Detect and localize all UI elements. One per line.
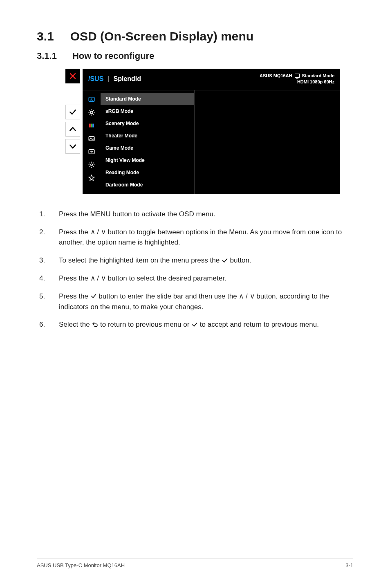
step-text: button to enter the slide bar and then u… <box>99 292 239 300</box>
h1-text: OSD (On-Screen Display) menu <box>70 29 253 43</box>
status-mode: Standard Mode <box>302 73 334 79</box>
check-glyph <box>191 321 198 328</box>
up-glyph: ∧ <box>90 274 95 282</box>
step-text: Press the <box>59 274 90 282</box>
mode-item[interactable]: Darkroom Mode <box>101 179 194 191</box>
step-text: to return to previous menu or <box>100 321 191 328</box>
sep: / <box>95 274 101 282</box>
mode-item[interactable]: Night View Mode <box>101 154 194 166</box>
sep: / <box>95 228 101 236</box>
s-icon: S <box>88 96 95 103</box>
myfavorite-tab[interactable] <box>83 171 101 184</box>
star-icon <box>88 174 95 182</box>
osd-icon-rail: S <box>83 90 101 194</box>
mode-item[interactable]: sRGB Mode <box>101 105 194 117</box>
svg-point-16 <box>91 164 93 166</box>
page-footer: ASUS USB Type-C Monitor MQ16AH 3-1 <box>37 559 353 568</box>
back-glyph <box>92 321 98 328</box>
color-icon <box>88 122 95 129</box>
input-tab[interactable] <box>83 145 101 158</box>
step-text: button to select the desired parameter. <box>108 274 226 282</box>
step-6: Select the to return to previous menu or… <box>39 319 353 330</box>
osd-menu-name: Splendid <box>114 75 141 83</box>
step-3: To select the highlighted item on the me… <box>39 255 353 266</box>
svg-line-9 <box>93 110 94 111</box>
svg-rect-12 <box>91 123 92 127</box>
page-title: 3.1 OSD (On-Screen Display) menu <box>37 29 353 43</box>
osd-status: ASUS MQ16AH Standard Mode HDMI 1080p 60H… <box>260 73 334 85</box>
check-glyph <box>222 257 228 264</box>
svg-line-10 <box>90 114 90 114</box>
asus-logo: /SUS <box>88 75 103 83</box>
step-text: button. <box>230 256 251 264</box>
down-glyph: ∨ <box>101 274 106 282</box>
brightness-tab[interactable] <box>83 106 101 119</box>
step-text: Press the MENU button to activate the OS… <box>59 210 215 218</box>
step-1: Press the MENU button to activate the OS… <box>39 209 353 220</box>
footer-right: 3-1 <box>345 562 353 568</box>
up-glyph: ∧ <box>239 292 244 300</box>
status-signal: HDMI 1080p 60Hz <box>260 79 334 85</box>
sep: / <box>244 292 249 300</box>
osd-title: /SUS | Splendid <box>88 73 141 85</box>
step-text: To select the highlighted item on the me… <box>59 256 222 264</box>
mode-item[interactable]: Theater Mode <box>101 130 194 142</box>
close-icon <box>69 72 77 80</box>
input-icon <box>88 148 95 155</box>
physical-buttons <box>65 69 80 194</box>
svg-text:S: S <box>90 97 93 101</box>
svg-point-2 <box>90 111 93 114</box>
up-glyph: ∧ <box>90 228 95 236</box>
status-model: ASUS MQ16AH <box>260 73 292 79</box>
splendid-tab[interactable]: S <box>83 93 101 106</box>
step-4: Press the ∧ / ∨ button to select the des… <box>39 273 353 284</box>
image-tab[interactable] <box>83 132 101 145</box>
step-text: Press the <box>59 228 90 236</box>
svg-line-8 <box>93 114 94 114</box>
osd-header: /SUS | Splendid ASUS MQ16AH Standard Mod… <box>83 69 340 90</box>
monitor-icon <box>295 74 300 78</box>
settings-icon <box>88 161 95 168</box>
step-5: Press the button to enter the slide bar … <box>39 291 353 312</box>
svg-rect-13 <box>92 123 94 127</box>
section-title: 3.1.1 How to reconfigure <box>37 51 353 61</box>
mode-item[interactable]: Scenery Mode <box>101 117 194 130</box>
down-button[interactable] <box>65 139 80 154</box>
step-text: Press the <box>59 292 90 300</box>
color-tab[interactable] <box>83 119 101 132</box>
svg-line-7 <box>90 110 90 111</box>
footer-left: ASUS USB Type-C Monitor MQ16AH <box>37 562 125 568</box>
check-glyph <box>90 293 97 299</box>
instruction-list: Press the MENU button to activate the OS… <box>39 209 353 330</box>
osd-panel: /SUS | Splendid ASUS MQ16AH Standard Mod… <box>83 69 340 194</box>
step-text: Select the <box>59 321 92 328</box>
down-glyph: ∨ <box>101 228 106 236</box>
h2-text: How to reconfigure <box>72 51 154 61</box>
svg-rect-11 <box>89 123 91 127</box>
osd-figure: /SUS | Splendid ASUS MQ16AH Standard Mod… <box>65 69 353 194</box>
brightness-icon <box>88 109 95 116</box>
down-glyph: ∨ <box>250 292 255 300</box>
chevron-down-icon <box>69 142 77 150</box>
h1-number: 3.1 <box>37 29 54 43</box>
confirm-button[interactable] <box>65 105 80 119</box>
step-text: to accept and return to previous menu. <box>200 321 319 328</box>
mode-item[interactable]: Game Mode <box>101 142 194 154</box>
image-icon <box>88 135 95 142</box>
osd-body: S <box>83 90 340 194</box>
up-button[interactable] <box>65 122 80 137</box>
divider: | <box>108 75 109 83</box>
close-button[interactable] <box>65 69 80 83</box>
step-2: Press the ∧ / ∨ button to toggle between… <box>39 227 353 248</box>
mode-item[interactable]: Standard Mode <box>101 93 194 105</box>
mode-item[interactable]: Reading Mode <box>101 166 194 179</box>
osd-empty-pane <box>195 90 340 194</box>
chevron-up-icon <box>69 125 77 133</box>
h2-number: 3.1.1 <box>37 51 57 61</box>
osd-mode-list: Standard Mode sRGB Mode Scenery Mode The… <box>101 90 195 194</box>
settings-tab[interactable] <box>83 158 101 171</box>
check-icon <box>69 108 77 116</box>
